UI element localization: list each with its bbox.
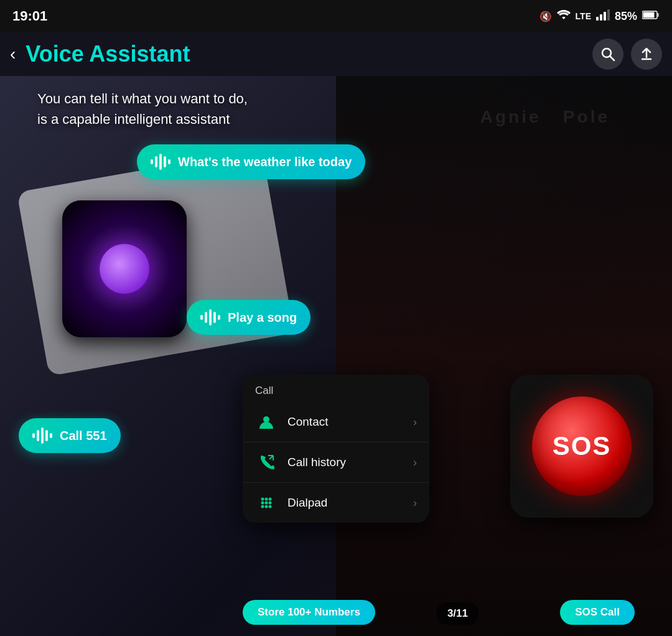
bubble-call-text: Call 551 — [60, 429, 107, 443]
nav-bar: ‹ Voice Assistant — [0, 32, 672, 76]
battery-text: 85% — [615, 10, 637, 23]
mute-icon: 🔇 — [539, 11, 552, 22]
sos-watch: SOS — [510, 375, 653, 518]
page-counter: 3/11 — [436, 602, 479, 625]
dialpad-arrow: › — [413, 497, 417, 510]
signal-icon — [596, 9, 610, 23]
status-time: 19:01 — [12, 8, 47, 24]
contact-arrow: › — [413, 416, 417, 429]
watch-panel-header: Call — [243, 375, 429, 402]
waveform-icon-2 — [200, 309, 220, 326]
contact-menu-item[interactable]: Contact › — [243, 402, 429, 442]
share-icon — [639, 47, 654, 62]
bubble-song-text: Play a song — [228, 311, 297, 325]
status-bar: 19:01 🔇 LTE 85% — [0, 0, 672, 32]
subtitle-line2: is a capable intelligent assistant — [37, 109, 248, 129]
sos-call-badge: SOS Call — [560, 600, 635, 625]
svg-rect-1 — [600, 14, 602, 21]
svg-point-17 — [265, 502, 268, 505]
call-history-icon — [255, 451, 278, 474]
bubble-song: Play a song — [187, 300, 310, 335]
sos-button[interactable]: SOS — [532, 396, 632, 496]
store-numbers-badge: Store 100+ Numbers — [243, 600, 375, 625]
svg-rect-3 — [607, 9, 610, 21]
bubble-weather-text: What's the weather like today — [178, 155, 352, 169]
svg-point-14 — [265, 498, 268, 501]
share-button[interactable] — [631, 39, 662, 70]
svg-rect-6 — [657, 13, 659, 17]
page-title: Voice Assistant — [26, 41, 585, 67]
back-button[interactable]: ‹ — [10, 44, 16, 64]
status-icons: 🔇 LTE 85% — [539, 9, 660, 23]
bubble-call: Call 551 — [19, 418, 121, 453]
contact-label: Contact — [287, 415, 403, 429]
watermark: Agnie Pole — [480, 107, 610, 127]
svg-line-8 — [610, 57, 615, 61]
call-history-menu-item[interactable]: Call history › — [243, 442, 429, 483]
subtitle: You can tell it what you want to do, is … — [37, 88, 248, 129]
svg-point-9 — [263, 416, 269, 423]
wifi-icon — [557, 9, 571, 23]
bubble-weather: What's the weather like today — [137, 144, 365, 179]
svg-point-18 — [269, 502, 272, 505]
call-history-arrow: › — [413, 456, 417, 469]
dialpad-label: Dialpad — [287, 496, 403, 510]
watch-device — [62, 200, 187, 337]
svg-point-19 — [261, 505, 264, 508]
svg-point-20 — [265, 505, 268, 508]
svg-point-21 — [269, 505, 272, 508]
svg-rect-0 — [596, 17, 599, 21]
call-history-label: Call history — [287, 456, 403, 469]
battery-icon — [642, 10, 660, 22]
contact-icon — [255, 411, 278, 433]
dialpad-menu-item[interactable]: Dialpad › — [243, 483, 429, 523]
svg-rect-5 — [643, 12, 655, 18]
svg-point-13 — [261, 498, 264, 501]
waveform-icon-1 — [151, 153, 170, 171]
waveform-icon-3 — [32, 427, 52, 444]
dialpad-icon — [255, 492, 278, 514]
lte-icon: LTE — [576, 11, 591, 21]
svg-point-16 — [261, 502, 264, 505]
subtitle-line1: You can tell it what you want to do, — [37, 88, 248, 109]
search-icon — [600, 47, 615, 62]
search-button[interactable] — [592, 39, 623, 70]
watch-call-panel: Call Contact › Call histo — [243, 375, 429, 523]
main-background: Agnie Pole You can tell it what you want… — [0, 76, 672, 636]
svg-rect-2 — [604, 12, 606, 21]
svg-point-15 — [269, 498, 272, 501]
